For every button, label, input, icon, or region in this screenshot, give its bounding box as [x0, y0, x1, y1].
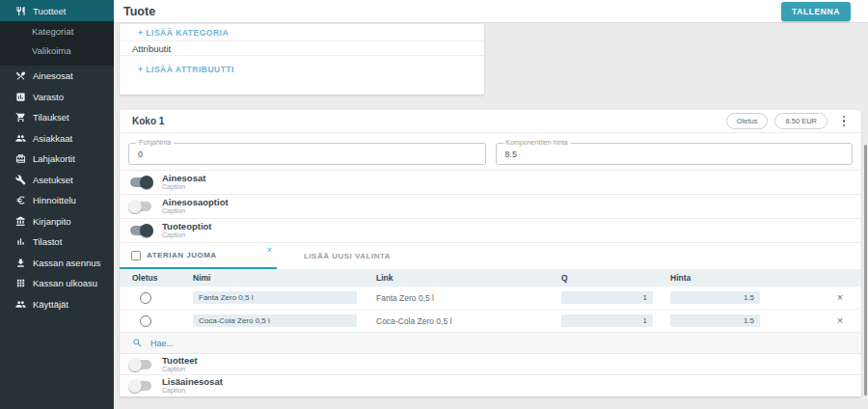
toggle-label: Lisäainesosat: [162, 377, 223, 387]
base-price-field: Pohjahinta: [128, 143, 486, 165]
sidebar-item-tilastot[interactable]: Tilastot: [0, 232, 114, 253]
toggle-label: Ainesosaoptiot: [162, 198, 229, 207]
size-card-header: Koko 1 Oletus 8.50 EUR: [120, 110, 861, 133]
sidebar-item-valikoima[interactable]: Valikoima: [0, 41, 114, 60]
add-attribute-link[interactable]: + LISÄÄ ATTRIBUUTTI: [138, 65, 234, 74]
option-name-input[interactable]: [193, 314, 357, 327]
toggle-caption: Caption: [162, 387, 223, 395]
sidebar-item-asiakkaat[interactable]: Asiakkaat: [0, 128, 114, 150]
users-icon: [14, 298, 26, 310]
sidebar-submenu: Kategoriat Valikoima: [0, 21, 114, 66]
option-qty-input[interactable]: [561, 291, 653, 304]
sidebar-item-label: Hinnoittelu: [33, 195, 76, 205]
sidebar-item-ainesosat[interactable]: Ainesosat: [0, 66, 114, 87]
toggle-row-ainesosat: Ainesosat Caption: [120, 171, 861, 195]
search-icon: [132, 338, 143, 348]
sidebar-item-kayttajat[interactable]: Käyttäjät: [0, 294, 114, 315]
table-row: Coca-Cola Zero 0,5 l ×: [120, 310, 861, 333]
toggle-row-ainesosaoptiot: Ainesosaoptiot Caption: [120, 195, 861, 219]
default-radio[interactable]: [140, 292, 151, 304]
vertical-scrollbar[interactable]: [864, 145, 867, 395]
sidebar-item-label: Asetukset: [33, 175, 73, 185]
ainesosaoptiot-toggle[interactable]: [128, 202, 153, 211]
wrench-icon: [14, 174, 26, 185]
save-button[interactable]: TALLENNA: [781, 2, 851, 21]
gift-card-icon: [14, 153, 26, 165]
search-input[interactable]: [150, 339, 343, 348]
base-price-label: Pohjahinta: [136, 139, 174, 146]
sidebar-item-lahjakortit[interactable]: Lahjakortit: [0, 149, 114, 170]
sidebar-item-label: Kirjanpito: [33, 216, 71, 227]
toggle-label: Tuotteet: [162, 356, 198, 366]
sidebar-item-label: Valikoima: [32, 45, 70, 56]
customers-icon: [14, 132, 26, 144]
component-price-field: Komponenttien hinta: [496, 143, 854, 165]
toggle-row-lisaainesosat: Lisäainesosat Caption: [120, 375, 861, 396]
sidebar-item-asetukset[interactable]: Asetukset: [0, 170, 114, 191]
sidebar-item-label: Lahjakortit: [33, 153, 75, 164]
sidebar-item-kirjanpito[interactable]: Kirjanpito: [0, 211, 114, 232]
add-option-tab[interactable]: LISÄÄ UUSI VALINTA: [277, 243, 391, 269]
toggle-caption: Caption: [162, 207, 229, 215]
sidebar-item-label: Tuotteet: [33, 6, 67, 16]
remove-row-icon[interactable]: ×: [837, 315, 843, 326]
default-pill-button[interactable]: Oletus: [726, 113, 769, 129]
grid-icon: [14, 278, 26, 289]
toggle-caption: Caption: [162, 366, 198, 373]
attributes-card: + LISÄÄ KATEGORIA Attribuutit + LISÄÄ AT…: [120, 24, 484, 95]
cart-icon: [14, 112, 26, 123]
lisaainesosat-toggle[interactable]: [128, 381, 153, 391]
option-qty-input[interactable]: [561, 314, 653, 327]
sidebar-item-hinnoittelu[interactable]: Hinnoittelu: [0, 190, 114, 211]
tab-checkbox[interactable]: [131, 251, 141, 260]
sidebar-item-label: Kassan ulkoasu: [33, 278, 97, 288]
toggle-label: Tuoteoptiot: [162, 222, 212, 232]
sidebar-item-kassan-ulkoasu[interactable]: Kassan ulkoasu: [0, 273, 114, 294]
ainesosat-toggle[interactable]: [128, 177, 153, 187]
attributes-section-label: Attribuutit: [132, 43, 171, 54]
column-header-oletus: Oletus: [120, 273, 193, 283]
bank-icon: [14, 215, 26, 227]
size-title: Koko 1: [132, 116, 164, 126]
column-header-link: Link: [376, 273, 561, 283]
option-price-input[interactable]: [670, 314, 760, 327]
sidebar-item-label: Käyttäjät: [33, 299, 68, 310]
inventory-chart-icon: [14, 91, 26, 102]
toggle-row-tuoteoptiot: Tuoteoptiot Caption: [120, 219, 861, 243]
sidebar-item-kassan-asennus[interactable]: Kassan asennus: [0, 253, 114, 274]
price-inputs-row: Pohjahinta Komponenttien hinta: [120, 133, 861, 171]
component-price-label: Komponenttien hinta: [503, 139, 571, 146]
column-header-nimi: Nimi: [193, 273, 376, 283]
sidebar-item-tilaukset[interactable]: Tilaukset: [0, 107, 114, 128]
remove-row-icon[interactable]: ×: [837, 292, 843, 303]
tuoteoptiot-toggle[interactable]: [128, 226, 153, 235]
content-area: + LISÄÄ KATEGORIA Attribuutit + LISÄÄ AT…: [114, 23, 868, 409]
sidebar-item-tuotteet[interactable]: Tuotteet: [0, 0, 114, 21]
default-radio[interactable]: [140, 315, 151, 327]
top-bar: Tuote TALLENNA: [114, 0, 868, 23]
sidebar-item-kategoriat[interactable]: Kategoriat: [0, 21, 114, 41]
sidebar-item-varasto[interactable]: Varasto: [0, 87, 114, 108]
euro-icon: [14, 195, 26, 206]
tuotteet-toggle[interactable]: [128, 360, 153, 369]
kebab-menu-icon[interactable]: [837, 114, 851, 129]
option-name-input[interactable]: [193, 291, 357, 304]
component-price-input[interactable]: [497, 144, 853, 164]
option-price-input[interactable]: [670, 291, 760, 304]
tab-label: ATERIAN JUOMA: [147, 251, 217, 259]
option-link-text: Coca-Cola Zero 0,5 l: [376, 316, 451, 326]
close-tab-icon[interactable]: ×: [267, 246, 272, 255]
column-header-hinta: Hinta: [670, 273, 819, 283]
base-price-input[interactable]: [129, 144, 485, 164]
sidebar-item-label: Tilastot: [33, 236, 62, 247]
size-card: Koko 1 Oletus 8.50 EUR Pohjahinta Kompon…: [120, 110, 861, 396]
toggle-caption: Caption: [162, 232, 212, 239]
tab-aterian-juoma[interactable]: ATERIAN JUOMA ×: [120, 243, 277, 269]
add-category-link[interactable]: + LISÄÄ KATEGORIA: [138, 28, 229, 38]
toggle-label: Ainesosat: [162, 174, 205, 183]
option-link-text: Fanta Zero 0,5 l: [376, 293, 434, 303]
options-table-header: Oletus Nimi Link Q Hinta: [120, 269, 861, 286]
sidebar-item-label: Kassan asennus: [33, 258, 100, 268]
price-pill-button[interactable]: 8.50 EUR: [774, 113, 827, 129]
bar-chart-icon: [14, 236, 26, 248]
